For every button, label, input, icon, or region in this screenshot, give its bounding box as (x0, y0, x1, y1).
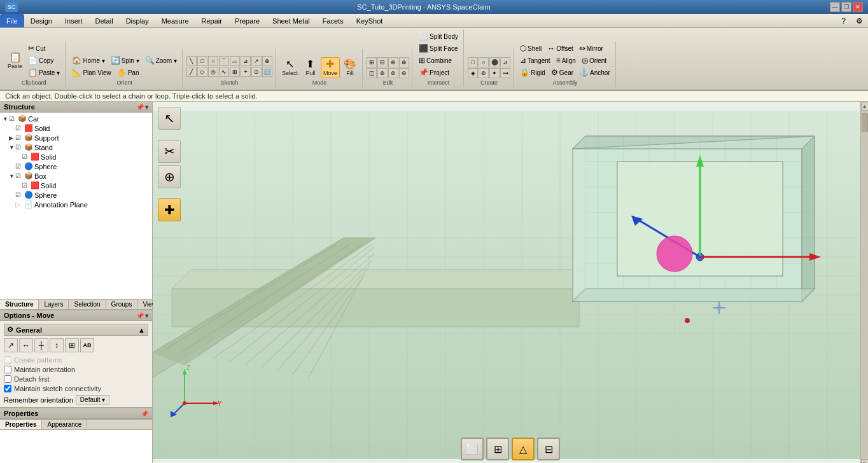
tab-groups[interactable]: Groups (106, 300, 138, 309)
create-tool-1[interactable]: □ (468, 57, 478, 67)
tree-toggle-support[interactable]: ▶ (9, 135, 15, 141)
pasteoptions-button[interactable]: 📋 Paste ▾ (25, 67, 62, 78)
create-tool-3[interactable]: ⚫ (489, 57, 500, 67)
options-menu[interactable]: ▾ (145, 312, 148, 319)
tab-selection[interactable]: Selection (69, 300, 106, 309)
menu-facets[interactable]: Facets (316, 14, 350, 27)
mirror-button[interactable]: ⇔ Mirror (577, 43, 606, 54)
menu-design[interactable]: Design (24, 14, 59, 27)
scroll-thumb[interactable] (862, 113, 868, 132)
create-tool-6[interactable]: ⊚ (479, 68, 489, 78)
rigid-button[interactable]: 🔒 Rigid (517, 67, 548, 78)
sketch-tool-13[interactable]: ⊞ (230, 67, 240, 77)
pull-button[interactable]: ⬆ Pull (301, 57, 320, 78)
menu-detail[interactable]: Detail (89, 14, 120, 27)
menu-measure[interactable]: Measure (155, 14, 195, 27)
create-tool-7[interactable]: ✦ (489, 68, 500, 78)
edit-tool-7[interactable]: ⊜ (388, 68, 398, 78)
edit-tool-8[interactable]: ⊝ (399, 68, 409, 78)
menu-prepare[interactable]: Prepare (228, 14, 266, 27)
scroll-down[interactable]: ▼ (861, 459, 869, 463)
splitbody-button[interactable]: ⬜ Split Body (416, 31, 461, 42)
tree-check-stand[interactable]: ☑ (15, 144, 23, 151)
properties-pin[interactable]: 📌 (141, 410, 148, 417)
menu-keyshot[interactable]: KeyShot (350, 14, 389, 27)
gear-button[interactable]: ⚙ Gear (549, 67, 576, 78)
copy-button[interactable]: 📄 Copy (25, 55, 62, 66)
help-icon[interactable]: ? (836, 17, 851, 25)
edit-tool-4[interactable]: ⊗ (399, 57, 409, 67)
view-perspective[interactable]: △ (512, 438, 535, 460)
tool-cut[interactable]: ✂ (158, 140, 181, 163)
cut-button[interactable]: ✂ Cut (25, 43, 62, 54)
edit-tool-6[interactable]: ⊛ (377, 68, 388, 78)
scroll-track[interactable] (861, 111, 868, 459)
maintain-sketch-checkbox[interactable] (4, 385, 11, 392)
edit-tool-1[interactable]: ⊞ (367, 57, 377, 67)
planview-button[interactable]: 📐 Plan View (69, 67, 113, 78)
maintain-orientation-checkbox[interactable] (4, 366, 11, 373)
view-section[interactable]: ⊟ (537, 438, 560, 460)
menu-file[interactable]: File (0, 14, 24, 27)
tree-item-solid-3[interactable]: ☑ 🟥 Solid (14, 181, 151, 190)
tab-layers[interactable]: Layers (39, 300, 69, 309)
options-icon-6[interactable]: AB (80, 338, 94, 352)
options-icon-2[interactable]: ↔ (19, 338, 33, 352)
sketch-tool-10[interactable]: ◇ (197, 67, 207, 77)
structure-menu[interactable]: ▾ (145, 104, 148, 111)
align-button[interactable]: ≡ Align (554, 55, 578, 66)
sketch-tool-15[interactable]: ⊙ (251, 67, 262, 77)
tree-item-solid-1[interactable]: ☑ 🟥 Solid (8, 123, 151, 133)
tree-item-support[interactable]: ▶ ☑ 📦 Support (8, 133, 151, 142)
menu-display[interactable]: Display (120, 14, 155, 27)
options-icon-3[interactable]: ┼ (34, 338, 48, 352)
orient-asm-button[interactable]: ◎ Orient (579, 55, 609, 66)
tree-item-solid-2[interactable]: ☑ 🟥 Solid (14, 152, 151, 162)
select-button[interactable]: ↖ Select (279, 57, 300, 78)
view-isometric[interactable]: ⬜ (461, 438, 484, 460)
sketch-tool-7[interactable]: ↗ (251, 56, 262, 66)
tool-select[interactable]: ↖ (158, 107, 181, 130)
create-tool-5[interactable]: ◈ (468, 68, 478, 78)
pan-button[interactable]: ✋ Pan (115, 67, 142, 78)
spin-button[interactable]: 🔄 Spin ▾ (108, 55, 142, 66)
tab-properties[interactable]: Properties (0, 420, 42, 429)
menu-repair[interactable]: Repair (195, 14, 228, 27)
combine-button[interactable]: ⊞ Combine (416, 55, 461, 66)
tree-item-car[interactable]: ▼ ☑ 📦 Car (1, 114, 151, 123)
tab-structure[interactable]: Structure (0, 300, 39, 309)
tree-check-solid3[interactable]: ☑ (22, 182, 29, 189)
sketch-tool-16[interactable]: 🔡 (262, 67, 272, 77)
orientation-dropdown[interactable]: Default ▾ (76, 395, 109, 404)
edit-tool-3[interactable]: ⊕ (388, 57, 398, 67)
create-tool-2[interactable]: ○ (479, 57, 489, 67)
options-icon-4[interactable]: ↕ (50, 338, 64, 352)
tool-add[interactable]: ⊕ (158, 165, 181, 188)
paste-button[interactable]: 📋 Paste (5, 50, 25, 71)
menu-insert[interactable]: Insert (59, 14, 89, 27)
home-button[interactable]: 🏠 Home ▾ (69, 55, 107, 66)
options-general-header[interactable]: ⚙ General ▲ (4, 324, 148, 336)
offset-button[interactable]: ↔ Offset (545, 43, 576, 54)
zoom-button[interactable]: 🔍 Zoom ▾ (143, 55, 179, 66)
tree-check-solid1[interactable]: ☑ (15, 125, 23, 132)
tree-item-stand[interactable]: ▼ ☑ 📦 Stand (8, 142, 151, 152)
tangent-button[interactable]: ⊿ Tangent (517, 55, 553, 66)
tree-check-sphere1[interactable]: ☑ (15, 163, 23, 170)
options-header[interactable]: Options - Move 📌 ▾ (0, 310, 152, 321)
minimize-button[interactable]: — (830, 2, 840, 12)
create-tool-4[interactable]: ⊿ (500, 57, 510, 67)
sketch-tool-12[interactable]: ∿ (219, 67, 229, 77)
create-patterns-checkbox[interactable] (4, 356, 11, 364)
view-cube[interactable]: ⊞ (486, 438, 509, 460)
tree-check-box[interactable]: ☑ (15, 172, 23, 179)
tree-check-solid2[interactable]: ☑ (22, 153, 29, 160)
sketch-tool-5[interactable]: ⌓ (230, 56, 240, 66)
sketch-tool-1[interactable]: ╲ (186, 56, 197, 66)
sketch-tool-6[interactable]: ⊿ (241, 56, 251, 66)
tool-move[interactable]: ✚ (158, 198, 181, 221)
scroll-up[interactable]: ▲ (861, 102, 869, 111)
tree-item-annotation[interactable]: ▷ 📄 Annotation Plane (8, 200, 151, 209)
project-button[interactable]: 📌 Project (416, 67, 461, 78)
sketch-tool-14[interactable]: + (241, 67, 251, 77)
